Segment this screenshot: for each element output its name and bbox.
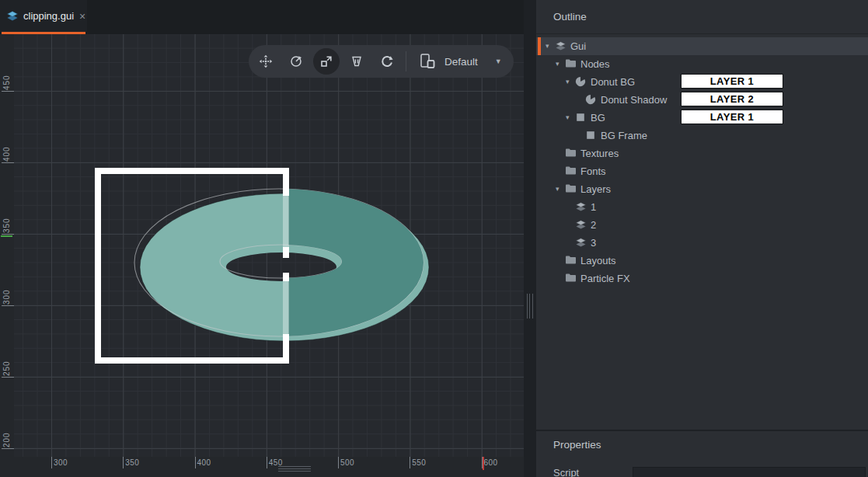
properties-divider [536,430,868,431]
script-field-label: Script [553,467,579,477]
ruler-tick-label: 350 [2,202,12,233]
outline-item-donut-shadow[interactable]: Donut ShadowLAYER 2 [536,91,868,109]
expand-arrow-icon[interactable]: ▾ [546,37,549,55]
folder-icon [565,148,577,160]
outline-item-3[interactable]: 3 [536,234,868,252]
frustum-tool-button[interactable] [343,48,370,75]
chevron-down-icon[interactable]: ▼ [495,57,502,65]
outline-item-gui[interactable]: ▾Gui [536,37,868,55]
outline-item-label: Nodes [580,55,610,73]
ruler-tick-label: 250 [2,345,12,376]
outline-item-label: Layouts [580,252,616,270]
ruler-tick [2,448,14,449]
box-icon [575,112,587,124]
outline-header-divider [536,33,868,34]
bottom-splitter-handle[interactable] [278,466,311,472]
ruler-tick [51,457,52,468]
folder-icon [565,255,577,267]
layer-icon [575,219,587,232]
editor-window: clipping.gui × [0,0,868,477]
outline-item-particle-fx[interactable]: Particle FX [536,270,868,287]
devices-icon [417,53,437,70]
tab-clipping-gui[interactable]: clipping.gui × [0,0,87,32]
outline-item-layouts[interactable]: Layouts [536,252,868,270]
outline-item-bg[interactable]: ▾BGLAYER 1 [536,109,868,127]
folder-icon [565,165,577,178]
toolbar-divider [406,51,406,71]
outline-item-label: BG [591,109,605,127]
splitter-drag-handle[interactable] [527,294,534,319]
outline-item-label: 2 [591,216,596,234]
ruler-tick-label: 400 [197,458,211,467]
donut-icon [575,76,587,89]
ruler-tick-label: 550 [412,458,426,467]
scene-graphics [14,34,524,457]
gui-stack-icon [6,10,19,23]
outline-item-label: Particle FX [580,270,630,287]
ruler-tick [410,457,410,468]
outline-item-label: Fonts [580,162,606,180]
expand-arrow-icon[interactable]: ▾ [566,109,570,127]
scale-tool-button[interactable] [313,48,340,75]
ruler-tick-label: 400 [2,131,12,162]
outline-item-label: Donut Shadow [601,91,667,109]
ruler-tick [123,457,124,468]
ruler-tick-label: 200 [2,416,12,447]
ruler-tick-label: 500 [340,458,354,467]
ruler-tick [2,162,14,163]
outline-item-2[interactable]: 2 [536,216,868,234]
ruler-tick [195,457,196,468]
box-icon [585,130,598,142]
ruler-tick-label: 300 [2,273,12,305]
ruler-tick-label: 350 [125,458,139,467]
outline-item-label: 3 [591,234,596,252]
reload-tool-button[interactable] [374,48,400,75]
gui-icon [555,40,567,53]
outline-item-label: Donut BG [591,73,635,91]
selection-indicator [538,37,541,55]
panel-splitter [524,0,536,477]
cursor-x-marker [483,457,484,470]
move-tool-button[interactable] [253,48,279,75]
folder-icon [565,183,577,196]
ruler-tick [2,305,14,306]
outline-item-label: 1 [591,198,596,216]
outline-item-bg-frame[interactable]: BG Frame [536,127,868,144]
expand-arrow-icon[interactable]: ▾ [556,180,559,198]
ruler-tick [2,91,14,92]
scene-toolbar: Default ▼ [249,45,514,78]
script-field-input[interactable] [633,467,866,477]
folder-icon [565,273,577,285]
layer-badge: LAYER 2 [681,92,783,106]
layer-badge: LAYER 1 [681,74,783,89]
outline-item-layers[interactable]: ▾Layers [536,180,868,198]
outline-item-1[interactable]: 1 [536,198,868,216]
layer-icon [575,201,587,214]
outline-item-nodes[interactable]: ▾Nodes [536,55,868,73]
outline-item-label: BG Frame [601,127,647,144]
properties-header: Properties [553,439,601,451]
ruler-tick [482,457,483,468]
outline-tree: ▾Gui▾Nodes▾Donut BGLAYER 1Donut ShadowLA… [536,37,868,287]
outline-header: Outline [553,11,587,23]
outline-item-textures[interactable]: Textures [536,144,868,162]
outline-item-fonts[interactable]: Fonts [536,162,868,180]
ruler-tick-label: 300 [54,458,68,467]
folder-icon [565,58,577,71]
outline-panel: Outline ▾Gui▾Nodes▾Donut BGLAYER 1Donut … [536,0,868,477]
vertical-ruler: 450400350300250200 [0,34,14,457]
cursor-y-marker [1,235,12,237]
ruler-tick [338,457,339,468]
expand-arrow-icon[interactable]: ▾ [556,55,559,73]
expand-arrow-icon[interactable]: ▾ [566,73,570,91]
outline-item-donut-bg[interactable]: ▾Donut BGLAYER 1 [536,73,868,91]
layer-badge: LAYER 1 [681,110,783,124]
close-icon[interactable]: × [79,11,85,22]
tab-bar: clipping.gui × [0,0,524,34]
rotate-tool-button[interactable] [283,48,309,75]
tab-title: clipping.gui [23,10,74,22]
ruler-tick-label: 600 [484,458,498,467]
outline-item-label: Gui [570,37,586,55]
layout-selector-value[interactable]: Default [444,56,478,68]
ruler-tick-label: 450 [2,59,12,90]
